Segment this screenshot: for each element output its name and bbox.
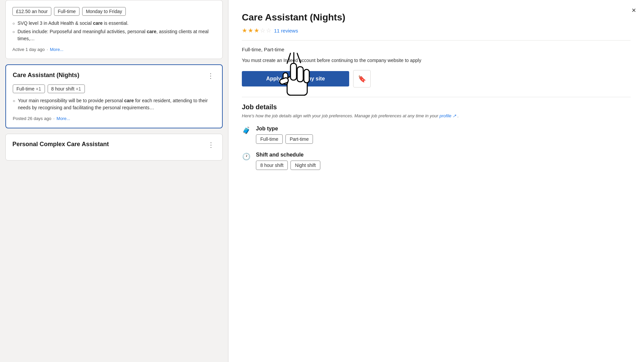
card-2-header: Care Assistant (Nights) ⋮ xyxy=(13,72,215,80)
job-card-1[interactable]: £12.50 an hour Full-time Monday to Frida… xyxy=(5,0,223,59)
job-type-summary: Full-time, Part-time xyxy=(242,47,631,52)
tag-wage: £12.50 an hour xyxy=(12,7,51,16)
card-3-title: Personal Complex Care Assistant xyxy=(12,141,109,148)
tag-shift-2: 8 hour shift +1 xyxy=(48,84,85,93)
star-4: ☆ xyxy=(260,27,265,34)
card-1-more-link[interactable]: More... xyxy=(50,47,63,52)
bullet-1-1: SVQ level 3 in Adult Health & social car… xyxy=(12,20,216,27)
job-list-panel: £12.50 an hour Full-time Monday to Frida… xyxy=(0,0,228,362)
clock-icon: 🕐 xyxy=(242,153,251,161)
divider-2 xyxy=(242,97,631,97)
card-2-meta: Posted 26 days ago · More... xyxy=(13,116,215,121)
card-2-more-link[interactable]: More... xyxy=(57,116,70,121)
job-card-3[interactable]: Personal Complex Care Assistant ⋮ xyxy=(5,134,223,161)
job-type-tag-parttime: Part-time xyxy=(285,134,313,144)
shift-tag-hours: 8 hour shift xyxy=(256,161,288,170)
card-1-meta: Active 1 day ago · More... xyxy=(12,47,216,52)
bookmark-icon: 🔖 xyxy=(358,75,366,83)
shift-label: Shift and schedule xyxy=(256,152,320,158)
job-type-row: 🧳 Job type Full-time Part-time xyxy=(242,126,631,144)
shift-tags: 8 hour shift Night shift xyxy=(256,161,320,170)
card-2-posted: Posted 26 days ago xyxy=(13,116,51,121)
shift-tag-night: Night shift xyxy=(290,161,320,170)
job-details-title: Job details xyxy=(242,103,631,111)
bullet-2-1: Your main responsibility will be to prov… xyxy=(13,97,215,111)
close-button[interactable]: × xyxy=(632,7,636,14)
job-type-tag-fulltime: Full-time xyxy=(256,134,283,144)
detail-job-title: Care Assistant (Nights) xyxy=(242,12,631,23)
rating-row: ★ ★ ★ ☆ ☆ 11 reviews xyxy=(242,27,631,34)
shift-content: Shift and schedule 8 hour shift Night sh… xyxy=(256,152,320,170)
apply-button[interactable]: Apply on company site xyxy=(242,71,349,86)
apply-notice: You must create an Indeed account before… xyxy=(242,57,631,64)
save-button[interactable]: 🔖 xyxy=(353,70,371,87)
star-2: ★ xyxy=(248,27,253,34)
star-5: ☆ xyxy=(266,27,271,34)
job-details-section: Job details Here's how the job details a… xyxy=(242,103,631,170)
job-type-label: Job type xyxy=(256,126,313,132)
tag-row-2: Full-time +1 8 hour shift +1 xyxy=(13,84,215,93)
tag-days: Monday to Friday xyxy=(82,7,126,16)
apply-row: Apply on company site 🔖 xyxy=(242,70,631,87)
star-rating: ★ ★ ★ ☆ ☆ xyxy=(242,27,271,34)
shift-row: 🕐 Shift and schedule 8 hour shift Night … xyxy=(242,152,631,170)
bullet-list-1: SVQ level 3 in Adult Health & social car… xyxy=(12,20,216,42)
bullet-list-2: Your main responsibility will be to prov… xyxy=(13,97,215,111)
job-details-subtitle: Here's how the job details align with yo… xyxy=(242,113,631,119)
star-1: ★ xyxy=(242,27,247,34)
tag-fulltime-2: Full-time +1 xyxy=(13,84,45,93)
divider-1 xyxy=(242,40,631,41)
tag-fulltime: Full-time xyxy=(54,7,79,16)
card-1-active-time: Active 1 day ago xyxy=(12,47,45,52)
card-3-header: Personal Complex Care Assistant ⋮ xyxy=(12,141,216,149)
card-2-menu-button[interactable]: ⋮ xyxy=(206,72,215,80)
briefcase-icon: 🧳 xyxy=(242,126,251,134)
card-3-menu-button[interactable]: ⋮ xyxy=(206,141,216,149)
reviews-link[interactable]: 11 reviews xyxy=(274,28,298,34)
tag-row-1: £12.50 an hour Full-time Monday to Frida… xyxy=(12,7,216,16)
job-type-tags: Full-time Part-time xyxy=(256,134,313,144)
card-2-title: Care Assistant (Nights) xyxy=(13,72,79,79)
job-detail-panel: × Care Assistant (Nights) ★ ★ ★ ☆ ☆ 11 r… xyxy=(228,0,644,362)
star-3: ★ xyxy=(254,27,259,34)
profile-link[interactable]: profile ↗ xyxy=(439,113,458,118)
job-card-2[interactable]: Care Assistant (Nights) ⋮ Full-time +1 8… xyxy=(5,64,223,128)
job-type-content: Job type Full-time Part-time xyxy=(256,126,313,144)
bullet-1-2: Duties include: Purposeful and meaningfu… xyxy=(12,28,216,42)
